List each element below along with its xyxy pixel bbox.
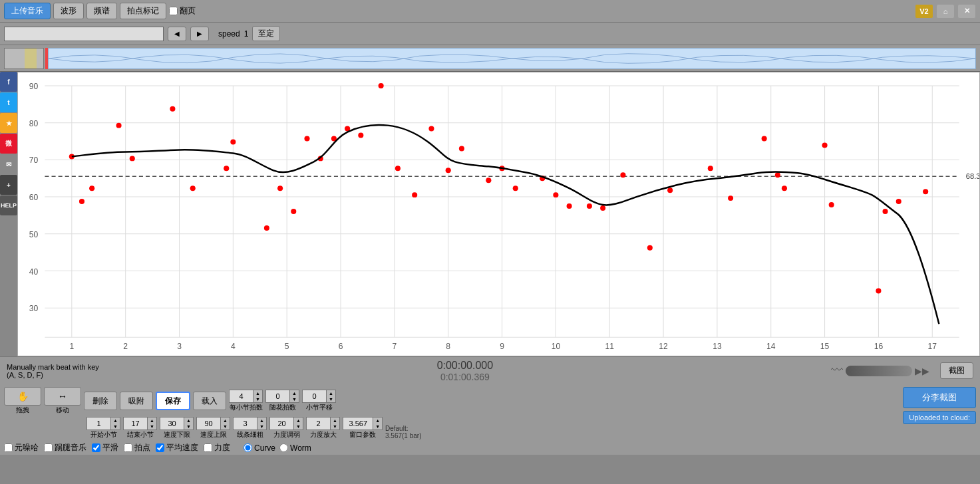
email-button[interactable]: ✉ (0, 154, 17, 174)
waveform-button[interactable]: 波形 (53, 3, 84, 19)
beat-mark-button[interactable]: 拍点标记 (120, 3, 166, 19)
smooth-checkbox[interactable] (92, 443, 100, 452)
play-icon: ▶ (197, 30, 202, 37)
upload-cloud-button[interactable]: Uploaded to cloud: (903, 411, 976, 424)
upload-music-button[interactable]: 上传音乐 (4, 3, 51, 19)
close-button[interactable]: ✕ (957, 4, 976, 19)
speed-max-up[interactable]: ▲ (220, 418, 230, 424)
split-screenshot-button[interactable]: 分李截图 (903, 387, 976, 408)
smooth-checkbox-label[interactable]: 平滑 (92, 442, 118, 453)
weibo-button[interactable]: 微 (0, 134, 17, 154)
svg-point-95 (882, 209, 888, 214)
beats-per-bar-spinner[interactable]: 4 ▲ ▼ (229, 390, 263, 403)
svg-text:9: 9 (500, 342, 504, 351)
prev-button[interactable]: ◀ (168, 27, 186, 41)
home-button[interactable]: ⌂ (936, 4, 955, 19)
svg-point-92 (829, 202, 834, 207)
end-bar-spinner[interactable]: 17 ▲ ▼ (123, 417, 157, 430)
loose-beats-up[interactable]: ▲ (289, 390, 299, 396)
no-noise-checkbox[interactable] (4, 443, 13, 452)
line-thin-up[interactable]: ▲ (257, 418, 266, 424)
start-bar-spinner[interactable]: 1 ▲ ▼ (86, 417, 120, 430)
strength-checkbox-label[interactable]: 力度 (204, 442, 230, 453)
svg-text:1: 1 (69, 342, 74, 351)
twitter-button[interactable]: t (0, 92, 17, 112)
top-right-icons: V2 ⌂ ✕ (915, 4, 976, 19)
facebook-button[interactable]: f (0, 72, 17, 92)
help-button[interactable]: HELP (0, 195, 17, 215)
v2-button[interactable]: V2 (915, 4, 933, 19)
speed-max-down[interactable]: ▼ (220, 424, 230, 429)
drag-button[interactable]: ✋ (4, 387, 41, 406)
hint-text: Manually mark beat with key (A, S, D, F) (7, 363, 99, 379)
absorb-button[interactable]: 吸附 (120, 392, 153, 410)
delete-button[interactable]: 删除 (84, 392, 117, 410)
strength-amp-spinner[interactable]: 2 ▲ ▼ (306, 417, 340, 430)
svg-point-90 (775, 172, 780, 178)
play-button[interactable]: ▶ (190, 27, 209, 41)
add-button[interactable]: + (0, 175, 17, 195)
strength-amp-up[interactable]: ▲ (330, 418, 339, 424)
svg-text:80: 80 (29, 119, 39, 128)
waveform-thumbnail (4, 48, 44, 69)
beat-point-checkbox[interactable] (124, 443, 132, 452)
drag-label: 拖拽 (16, 406, 29, 415)
curve-radio[interactable] (244, 443, 252, 452)
beats-per-bar-down[interactable]: ▼ (253, 396, 262, 402)
svg-text:17: 17 (928, 342, 937, 351)
window-param-up[interactable]: ▲ (373, 418, 382, 424)
loose-beats-down[interactable]: ▼ (289, 396, 299, 402)
beats-per-bar-up[interactable]: ▲ (253, 390, 262, 396)
line-thin-spinner[interactable]: 3 ▲ ▼ (233, 417, 267, 430)
percussion-checkbox-label[interactable]: 踢腿音乐 (44, 442, 86, 453)
line-thin-down[interactable]: ▼ (257, 424, 266, 429)
no-noise-checkbox-label[interactable]: 元噪哈 (4, 442, 39, 453)
svg-point-69 (358, 133, 363, 138)
flip-checkbox[interactable] (169, 7, 178, 15)
worm-radio-label[interactable]: Worm (279, 443, 311, 453)
svg-point-89 (762, 136, 767, 142)
bar-shift-down[interactable]: ▼ (326, 396, 335, 402)
confirm-button[interactable]: 至定 (252, 26, 280, 41)
speed-max-spinner[interactable]: 90 ▲ ▼ (196, 417, 230, 430)
start-bar-down[interactable]: ▼ (110, 424, 120, 429)
bar-shift-spinner[interactable]: 0 ▲ ▼ (302, 390, 336, 403)
strength-checkbox[interactable] (204, 443, 212, 452)
import-button[interactable]: 载入 (193, 392, 226, 410)
end-bar-down[interactable]: ▼ (147, 424, 156, 429)
end-bar-up[interactable]: ▲ (147, 418, 156, 424)
avg-speed-checkbox-label[interactable]: 平均速度 (156, 442, 198, 453)
star-button[interactable]: ★ (0, 113, 17, 133)
svg-text:70: 70 (29, 156, 39, 165)
strength-weak-spinner[interactable]: 20 ▲ ▼ (269, 417, 303, 430)
percussion-checkbox[interactable] (44, 443, 53, 452)
waveform-main-display[interactable] (48, 48, 976, 69)
screenshot-button[interactable]: 截图 (940, 362, 973, 379)
flip-checkbox-label[interactable]: 翻页 (169, 5, 196, 17)
window-param-down[interactable]: ▼ (373, 424, 382, 429)
strength-weak-up[interactable]: ▲ (293, 418, 303, 424)
oscilloscope-forward[interactable]: ▶▶ (915, 366, 929, 376)
speed-min-down[interactable]: ▼ (184, 424, 193, 429)
loose-beats-spinner[interactable]: 0 ▲ ▼ (265, 390, 299, 403)
move-button[interactable]: ↔ (44, 387, 81, 406)
svg-text:11: 11 (605, 342, 614, 351)
move-label: 移动 (56, 406, 69, 415)
oscilloscope-bar[interactable] (846, 366, 912, 376)
beat-point-checkbox-label[interactable]: 拍点 (124, 442, 150, 453)
bar-shift-up[interactable]: ▲ (326, 390, 335, 396)
save-button[interactable]: 保存 (156, 392, 190, 410)
svg-point-62 (277, 185, 283, 191)
strength-amp-down[interactable]: ▼ (330, 424, 339, 429)
worm-radio[interactable] (279, 443, 288, 452)
window-param-spinner[interactable]: 3.567 ▲ ▼ (343, 417, 383, 430)
start-bar-up[interactable]: ▲ (110, 418, 120, 424)
status-bar: Manually mark beat with key (A, S, D, F)… (0, 356, 980, 384)
song-title-input[interactable]: 英雄19杰哈信-奥皮灰 (4, 27, 164, 41)
spectrum-button[interactable]: 频谱 (86, 3, 117, 19)
curve-radio-label[interactable]: Curve (244, 443, 275, 453)
avg-speed-checkbox[interactable] (156, 443, 164, 452)
speed-min-up[interactable]: ▲ (184, 418, 193, 424)
speed-min-spinner[interactable]: 30 ▲ ▼ (160, 417, 194, 430)
strength-weak-down[interactable]: ▼ (293, 424, 303, 429)
